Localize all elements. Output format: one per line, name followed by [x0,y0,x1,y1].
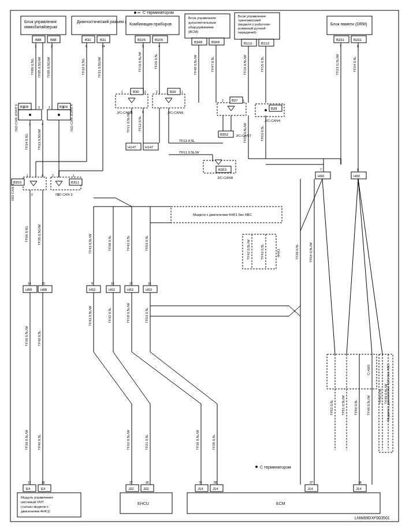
svg-point-76 [58,114,60,116]
svg-text:TF43 0,5L/W: TF43 0,5L/W [88,234,92,254]
svg-text:TF28 0,5L: TF28 0,5L [108,235,111,251]
svg-text:6: 6 [142,110,144,114]
svg-text:B353: B353 [218,168,227,171]
svg-text:B88: B88 [50,38,57,42]
svg-text:B105: B105 [137,38,146,42]
svg-text:B28: B28 [271,107,277,110]
svg-text:J22: J22 [128,487,134,490]
svg-text:TF24 0,5L: TF24 0,5L [353,56,356,72]
svg-text:E4: E4 [26,487,31,490]
svg-text:(BCM): (BCM) [188,30,198,33]
svg-text:H88: H88 [40,288,47,291]
svg-text:TF04 0,5L/W: TF04 0,5L/W [309,242,313,263]
svg-text:2: 2 [144,90,146,93]
svg-text:B31: B31 [85,38,91,42]
svg-text:H90: H90 [318,174,325,178]
svg-text:B30: B30 [133,90,139,93]
svg-text:TF12 0,5L: TF12 0,5L [138,115,142,132]
svg-text:1: 1 [181,90,183,93]
svg-text:TF96 0,5G: TF96 0,5G [25,226,28,242]
svg-text:TF18 0,5L/W: TF18 0,5L/W [127,303,130,323]
svg-text:J/C-CAN4: J/C-CAN4 [265,119,281,122]
svg-text:B348: B348 [194,40,203,44]
svg-text:14: 14 [28,282,31,285]
svg-text:TF39 0,5L/W: TF39 0,5L/W [25,326,28,346]
svg-text:TF51 0,5L/W: TF51 0,5L/W [341,395,345,415]
svg-text:7: 7 [340,44,341,48]
svg-text:3: 3 [38,106,40,109]
svg-text:TF95 0,5G/W: TF95 0,5G/W [38,57,41,78]
svg-text:H147: H147 [145,145,154,149]
svg-text:Блок управления: Блок управления [188,16,216,20]
svg-text:J/C-CAN6: J/C-CAN6 [168,111,184,114]
svg-text:TF23 G,5L/W: TF23 G,5L/W [336,54,339,75]
svg-text:TF16 0,5L/W: TF16 0,5L/W [243,55,247,75]
svg-text:(модели с роботизи-: (модели с роботизи- [238,23,271,26]
svg-text:рованной ручной: рованной ручной [238,27,266,30]
svg-text:TF36 0,5L/W: TF36 0,5L/W [196,430,199,450]
svg-text:дополнительным: дополнительным [188,21,216,24]
block-immobilizer-label1: Блок управления [24,20,57,24]
svg-text:(только модели с: (только модели с [21,505,49,508]
svg-text:ISO CAN JOINT3: ISO CAN JOINT3 [14,104,18,132]
svg-text:7: 7 [320,168,322,171]
svg-text:трансмиссией: трансмиссией [238,18,261,22]
svg-text:TF86 0,5G: TF86 0,5G [31,58,34,75]
svg-text:TF34 0,5G: TF34 0,5G [25,133,28,150]
block-dlc [72,16,117,35]
svg-text:TF43 0,5L/W: TF43 0,5L/W [88,306,92,326]
svg-text:TF40 0,5L: TF40 0,5L [38,330,41,346]
svg-text:J14: J14 [213,487,218,490]
svg-text:TF39 0,5L/W: TF39 0,5L/W [25,430,28,450]
svg-text:TF47 0,5L: TF47 0,5L [211,56,214,72]
svg-text:TF03 0,5L: TF03 0,5L [145,235,148,251]
svg-text:9: 9 [91,282,93,285]
svg-text:2: 2 [222,99,224,102]
svg-text:B112: B112 [261,42,270,45]
svg-text:B348: B348 [211,40,220,44]
svg-text:5: 5 [131,110,132,114]
svg-text:26: 26 [146,481,149,484]
svg-text:TF03 0,5L: TF03 0,5L [261,125,264,141]
diagram-frame [10,10,399,522]
svg-text:B310: B310 [13,181,22,184]
svg-text:TF31 0,5G/W: TF31 0,5G/W [98,57,101,78]
svg-text:TF20 0,5L: TF20 0,5L [154,53,158,69]
svg-text:B231: B231 [354,38,362,42]
svg-text:TF21 0,5L: TF21 0,5L [145,434,148,450]
svg-text:TF42 0,5L: TF42 0,5L [108,307,111,323]
svg-text:ISO CAN JOINT4: ISO CAN JOINT4 [70,104,73,132]
svg-text:5: 5 [142,44,144,48]
svg-text:1: 1 [243,99,244,102]
svg-text:H88: H88 [25,288,32,291]
svg-text:1: 1 [73,174,75,177]
block-drm-label: Блок памяти (DRM) [330,22,367,27]
svg-text:J22: J22 [143,487,149,490]
svg-text:ISO CAN 1: ISO CAN 1 [11,183,14,201]
svg-text:3: 3 [62,106,64,109]
svg-text:оборудованием: оборудованием [188,25,214,29]
svg-text:H52: H52 [146,288,153,291]
svg-text:TF33 0,5G/W: TF33 0,5G/W [38,129,41,150]
svg-text:TF11 0,5L/W: TF11 0,5L/W [179,151,199,154]
svg-text:TF50 0,5L: TF50 0,5L [378,388,382,404]
svg-text:8: 8 [357,44,359,48]
svg-text:C-ABS: C-ABS [367,365,370,375]
doc-id: LNW89DXF003501 [355,516,390,520]
svg-text:4HK1: 4HK1 [277,248,280,257]
svg-text:1: 1 [27,174,28,177]
svg-text:37: 37 [310,481,313,484]
svg-text:J/C-CAN8: J/C-CAN8 [217,176,233,179]
svg-text:TF43 0,5L: TF43 0,5L [261,243,264,260]
svg-text:1: 1 [121,90,123,93]
svg-text:TF49 0,5L/W: TF49 0,5L/W [367,395,370,415]
svg-text:B231: B231 [336,38,345,42]
svg-text:системой VNT: системой VNT [21,500,44,504]
svg-text:18: 18 [358,481,362,484]
svg-text:TF03 0,5L: TF03 0,5L [145,307,148,323]
svg-text:TF22 0,5L/W: TF22 0,5L/W [127,430,130,450]
svg-text:15: 15 [42,282,45,285]
svg-text:B31: B31 [100,38,106,42]
terminator-bottom: С терминатором [260,465,291,470]
svg-text:Модели с двигателем 4HK1 без А: Модели с двигателем 4HK1 без АБС [193,213,252,216]
